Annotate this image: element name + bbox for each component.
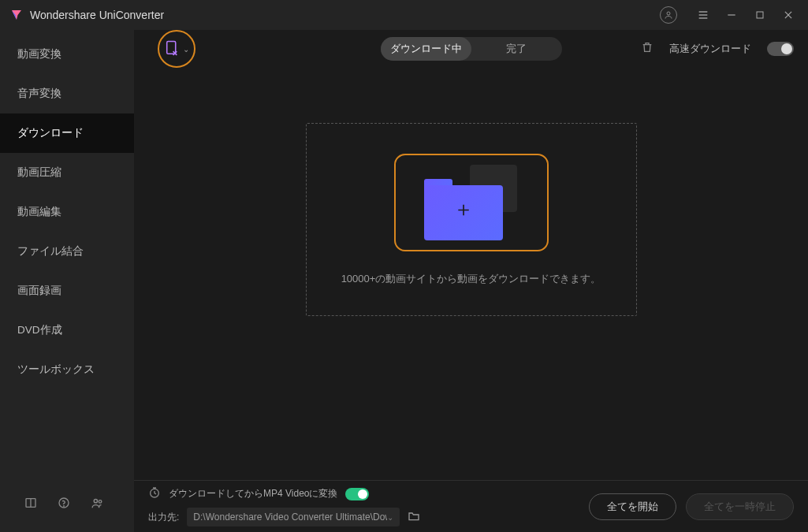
tab-downloading[interactable]: ダウンロード中 xyxy=(381,37,471,61)
fast-download-label: 高速ダウンロード xyxy=(669,43,751,56)
sidebar-item-merge[interactable]: ファイル結合 xyxy=(0,232,134,271)
sidebar-item-audio-convert[interactable]: 音声変換 xyxy=(0,74,134,113)
chevron-down-icon: ⌄ xyxy=(387,513,393,522)
svg-point-13 xyxy=(99,500,102,503)
main-panel: ⌄ ダウンロード中 完了 高速ダウンロード xyxy=(134,30,808,532)
add-folder-highlight[interactable]: ＋ xyxy=(394,154,549,251)
maximize-button[interactable] xyxy=(753,8,767,22)
titlebar: Wondershare UniConverter xyxy=(0,0,808,30)
dropzone-text: 10000+の動画サイトから動画をダウンロードできます。 xyxy=(341,272,601,286)
add-url-button[interactable]: ⌄ xyxy=(158,30,195,68)
svg-point-0 xyxy=(667,12,670,15)
folder-icon: ＋ xyxy=(424,165,519,240)
sidebar-item-dvd[interactable]: DVD作成 xyxy=(0,311,134,350)
schedule-icon[interactable] xyxy=(148,486,161,501)
paste-url-icon xyxy=(164,40,180,58)
minimize-button[interactable] xyxy=(724,8,739,22)
dropzone[interactable]: ＋ 10000+の動画サイトから動画をダウンロードできます。 xyxy=(306,123,637,316)
sidebar-item-edit[interactable]: 動画編集 xyxy=(0,192,134,232)
sidebar-item-toolbox[interactable]: ツールボックス xyxy=(0,350,134,389)
start-all-button[interactable]: 全てを開始 xyxy=(589,493,676,520)
output-path-value: D:\Wondershare Video Converter Ultimate\… xyxy=(193,512,387,523)
output-path-select[interactable]: D:\Wondershare Video Converter Ultimate\… xyxy=(187,508,400,526)
svg-rect-5 xyxy=(757,12,763,18)
svg-point-12 xyxy=(94,499,97,502)
help-icon[interactable] xyxy=(57,496,71,510)
tab-completed[interactable]: 完了 xyxy=(471,37,562,61)
community-icon[interactable] xyxy=(90,496,104,510)
fast-download-toggle[interactable] xyxy=(767,42,794,56)
app-title: Wondershare UniConverter xyxy=(30,9,660,21)
chevron-down-icon: ⌄ xyxy=(183,45,189,54)
close-button[interactable] xyxy=(781,8,795,22)
content-area: ＋ 10000+の動画サイトから動画をダウンロードできます。 xyxy=(134,68,808,480)
svg-point-11 xyxy=(64,506,65,507)
browse-folder-button[interactable] xyxy=(408,510,420,525)
toolbar: ⌄ ダウンロード中 完了 高速ダウンロード xyxy=(134,30,808,68)
sidebar-item-video-convert[interactable]: 動画変換 xyxy=(0,35,134,74)
status-tabs: ダウンロード中 完了 xyxy=(381,37,562,61)
menu-button[interactable] xyxy=(696,8,710,22)
plus-icon: ＋ xyxy=(453,195,474,223)
footer: ダウンロードしてからMP4 Videoに変換 出力先: D:\Wondersha… xyxy=(134,480,808,532)
sidebar-item-record[interactable]: 画面録画 xyxy=(0,271,134,311)
convert-after-toggle[interactable] xyxy=(345,488,369,500)
app-logo-icon xyxy=(9,8,24,22)
account-button[interactable] xyxy=(660,6,677,24)
output-label: 出力先: xyxy=(148,511,179,524)
sidebar-item-compress[interactable]: 動画圧縮 xyxy=(0,153,134,192)
convert-after-label: ダウンロードしてからMP4 Videoに変換 xyxy=(169,487,337,500)
pause-all-button[interactable]: 全てを一時停止 xyxy=(686,493,794,520)
clear-button[interactable] xyxy=(641,41,653,57)
library-icon[interactable] xyxy=(24,496,38,510)
sidebar: 動画変換 音声変換 ダウンロード 動画圧縮 動画編集 ファイル結合 画面録画 D… xyxy=(0,30,134,532)
sidebar-item-download[interactable]: ダウンロード xyxy=(0,113,134,153)
